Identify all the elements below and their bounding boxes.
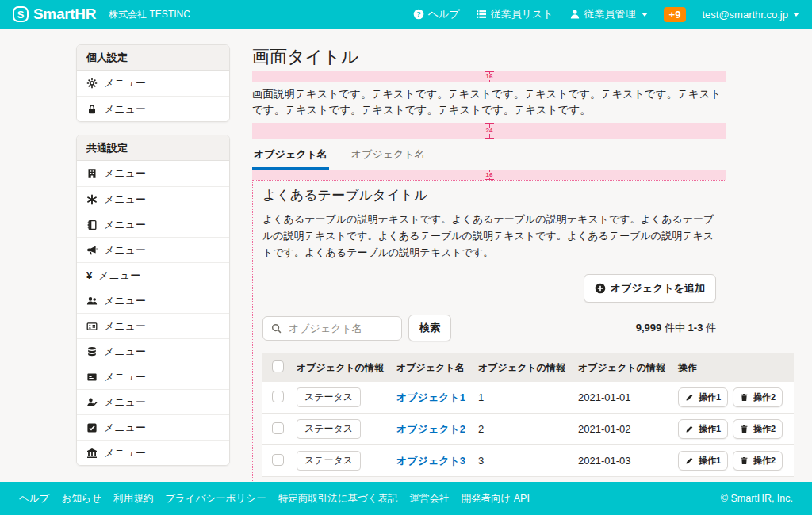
book-icon	[86, 219, 98, 231]
tab-bar: オブジェクト名 オブジェクト名	[252, 143, 726, 170]
company-name: 株式会社 TESTINC	[109, 8, 190, 21]
result-total: 9,999	[636, 322, 662, 334]
megaphone-icon	[86, 245, 98, 256]
panel-description: よくあるテーブルの説明テキストです。よくあるテーブルの説明テキストです。よくある…	[262, 212, 716, 261]
copyright: © SmartHR, Inc.	[721, 493, 793, 504]
header-nav-item-1[interactable]: ?ヘルプ	[413, 7, 460, 21]
notification-badge[interactable]: +9	[664, 7, 687, 22]
page-body: 個人設定メニューメニュー共通設定メニューメニューメニューメニュー¥メニューメニュ…	[0, 29, 812, 482]
sidebar-item-label: メニュー	[104, 345, 146, 359]
sidebar-item-people[interactable]: メニュー	[77, 288, 229, 313]
footer-link-1[interactable]: ヘルプ	[19, 492, 49, 505]
sidebar-item-bank[interactable]: メニュー	[77, 440, 229, 465]
sidebar-item-label: メニュー	[104, 446, 146, 460]
sidebar-section-2: 共通設定メニューメニューメニューメニュー¥メニューメニューメニューメニューメニュ…	[76, 135, 230, 466]
sidebar-item-person-check[interactable]: メニュー	[77, 389, 229, 414]
delete-action-button[interactable]: 操作2	[733, 451, 783, 471]
object-link[interactable]: オブジェクト1	[396, 391, 465, 403]
smarthr-logo-icon: S	[13, 6, 29, 22]
sidebar-item-label: メニュー	[104, 102, 146, 116]
sidebar: 個人設定メニューメニュー共通設定メニューメニューメニューメニュー¥メニューメニュ…	[76, 44, 230, 466]
sidebar-item-checkbox[interactable]: メニュー	[77, 414, 229, 440]
sidebar-section-title: 個人設定	[77, 45, 229, 71]
row-name-cell: オブジェクト1	[390, 382, 472, 414]
trash-icon	[740, 456, 749, 465]
smarthr-logo[interactable]: S SmartHR	[13, 6, 96, 23]
footer-links: ヘルプお知らせ利用規約プライバシーポリシー特定商取引法に基づく表記運営会社開発者…	[19, 492, 530, 505]
add-button-row: オブジェクトを追加	[262, 274, 716, 303]
row-checkbox[interactable]	[272, 391, 284, 402]
row-info-cell: 3	[472, 445, 572, 477]
row-checkbox[interactable]	[272, 454, 284, 466]
header-nav-item-3[interactable]: 従業員管理	[569, 7, 648, 21]
sidebar-item-book[interactable]: メニュー	[77, 212, 229, 237]
sidebar-item-label: メニュー	[104, 395, 146, 410]
pencil-icon	[685, 425, 694, 433]
footer-link-3[interactable]: 利用規約	[113, 492, 153, 505]
result-unit-middle: 件中	[665, 322, 685, 334]
sidebar-item-asterisk[interactable]: メニュー	[77, 186, 229, 212]
object-link[interactable]: オブジェクト2	[396, 423, 465, 435]
account-menu[interactable]: test@smarthr.co.jp	[702, 9, 799, 21]
row-actions-cell: 操作1操作2	[672, 382, 794, 414]
object-link[interactable]: オブジェクト3	[396, 455, 465, 467]
row-date-cell: 2021-01-03	[572, 445, 672, 477]
header-nav-item-2[interactable]: 従業員リスト	[476, 7, 553, 21]
sidebar-item-badge-number[interactable]: メニュー	[77, 364, 229, 389]
chevron-down-icon	[642, 13, 648, 17]
asterisk-icon	[86, 194, 98, 205]
table-column-header-5: 操作	[672, 353, 794, 382]
delete-action-button[interactable]: 操作2	[733, 419, 783, 439]
sidebar-item-megaphone[interactable]: メニュー	[77, 237, 229, 262]
add-object-button[interactable]: オブジェクトを追加	[584, 274, 716, 303]
row-checkbox[interactable]	[272, 422, 284, 434]
sidebar-item-lock[interactable]: メニュー	[77, 96, 229, 121]
sidebar-item-label: メニュー	[104, 370, 146, 384]
sidebar-item-id-card[interactable]: メニュー	[77, 313, 229, 338]
list-icon	[476, 9, 487, 20]
tab-object-name-1[interactable]: オブジェクト名	[252, 143, 329, 170]
row-status-cell: ステータス	[290, 445, 390, 477]
yen-icon: ¥	[86, 270, 92, 281]
select-all-checkbox[interactable]	[272, 360, 284, 372]
sidebar-item-database[interactable]: メニュー	[77, 338, 229, 364]
header-nav: ?ヘルプ従業員リスト従業員管理 +9 test@smarthr.co.jp	[413, 7, 799, 22]
delete-action-button[interactable]: 操作2	[733, 387, 783, 407]
svg-text:?: ?	[416, 10, 421, 18]
row-name-cell: オブジェクト3	[390, 445, 472, 477]
table-column-header-3: オブジェクトの情報	[472, 353, 572, 382]
footer-link-6[interactable]: 運営会社	[410, 492, 450, 505]
action-button-label: 操作2	[753, 423, 776, 435]
pencil-icon	[685, 456, 694, 465]
help-circle-icon: ?	[413, 9, 424, 20]
sidebar-item-building[interactable]: メニュー	[77, 161, 229, 186]
edit-action-button[interactable]: 操作1	[678, 451, 728, 471]
lock-icon	[86, 104, 98, 115]
table-row-1: ステータスオブジェクト112021-01-01操作1操作2	[262, 382, 794, 414]
database-icon	[86, 346, 98, 357]
status-badge: ステータス	[297, 419, 361, 439]
footer-link-2[interactable]: お知らせ	[61, 492, 102, 505]
panel-title: よくあるテーブルタイトル	[262, 186, 716, 204]
search-input[interactable]	[287, 322, 393, 335]
sidebar-item-label: メニュー	[104, 243, 146, 258]
footer-link-4[interactable]: プライバシーポリシー	[165, 492, 266, 505]
sidebar-section-1: 個人設定メニューメニュー	[76, 44, 230, 122]
edit-action-button[interactable]: 操作1	[678, 387, 728, 407]
footer-link-7[interactable]: 開発者向け API	[462, 492, 530, 505]
sidebar-item-yen[interactable]: ¥メニュー	[77, 262, 229, 288]
row-checkbox-cell	[262, 382, 290, 414]
table-row-2: ステータスオブジェクト222021-01-02操作1操作2	[262, 414, 794, 445]
person-check-icon	[86, 397, 98, 408]
search-button[interactable]: 検索	[408, 315, 451, 341]
tab-object-name-2[interactable]: オブジェクト名	[350, 143, 427, 170]
edit-action-button[interactable]: 操作1	[678, 419, 728, 439]
sidebar-item-label: メニュー	[104, 166, 146, 181]
footer-link-5[interactable]: 特定商取引法に基づく表記	[278, 492, 398, 505]
spacing-value: 16	[485, 74, 494, 80]
status-badge: ステータス	[297, 451, 361, 471]
spacing-value: 16	[485, 172, 494, 178]
brand-name: SmartHR	[33, 6, 96, 23]
pencil-icon	[685, 393, 694, 402]
sidebar-item-gear[interactable]: メニュー	[77, 71, 229, 96]
